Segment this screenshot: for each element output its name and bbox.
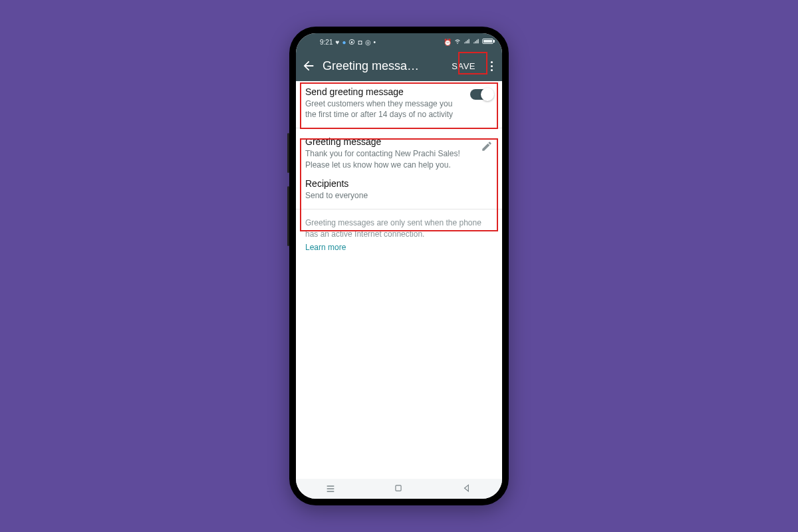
status-battery-icon (482, 38, 495, 46)
pencil-icon (481, 140, 493, 152)
more-options-button[interactable] (485, 61, 498, 71)
more-vertical-icon (491, 61, 493, 63)
svg-rect-2 (483, 40, 492, 43)
svg-rect-6 (396, 485, 401, 491)
status-more-icon: • (374, 39, 376, 46)
edit-message-button[interactable] (481, 140, 493, 152)
greeting-message-section[interactable]: Greeting message Thank you for contactin… (296, 131, 502, 175)
save-button[interactable]: SAVE (449, 59, 478, 74)
send-greeting-subtitle: Greet customers when they message you th… (305, 98, 464, 120)
divider (296, 128, 502, 128)
phone-frame: 9:21 ♥ ● ⦿ ◘ ◎ • ⏰ (289, 27, 509, 505)
status-alarm-icon: ⏰ (444, 39, 452, 46)
system-nav-bar (296, 479, 502, 499)
nav-home-button[interactable] (394, 483, 404, 494)
status-app-icon-4: ◎ (365, 39, 371, 46)
recents-icon (325, 483, 336, 494)
recipients-title: Recipients (305, 178, 493, 189)
greeting-message-body: Thank you for contacting New Prachi Sale… (305, 148, 474, 170)
divider (296, 209, 502, 209)
app-bar: Greeting messa… SAVE (296, 51, 502, 81)
status-app-icon-2: ⦿ (348, 39, 355, 46)
nav-back-triangle-icon (462, 483, 471, 493)
recipients-subtitle: Send to everyone (305, 190, 493, 201)
send-greeting-toggle[interactable] (470, 89, 493, 100)
greeting-message-title: Greeting message (305, 136, 474, 147)
status-wifi-icon (454, 38, 461, 46)
nav-back-button[interactable] (462, 483, 473, 494)
learn-more-link[interactable]: Learn more (305, 243, 346, 252)
footer-note: Greeting messages are only sent when the… (305, 217, 493, 240)
send-greeting-title: Send greeting message (305, 86, 464, 97)
footer-section: Greeting messages are only sent when the… (296, 212, 502, 258)
page-title: Greeting messa… (323, 59, 442, 73)
recipients-section[interactable]: Recipients Send to everyone (296, 176, 502, 206)
svg-rect-1 (493, 41, 494, 43)
status-app-icon: ● (342, 39, 346, 46)
status-signal-icon (464, 38, 470, 46)
status-bar: 9:21 ♥ ● ⦿ ◘ ◎ • ⏰ (296, 33, 502, 51)
status-time: 9:21 (320, 39, 332, 46)
status-notification-dot-icon: ♥ (335, 39, 339, 46)
back-button[interactable] (301, 59, 316, 73)
status-app-icon-3: ◘ (358, 39, 362, 46)
status-signal-icon-2 (473, 38, 479, 46)
arrow-left-icon (301, 59, 316, 73)
nav-recents-button[interactable] (325, 483, 336, 494)
home-square-icon (394, 483, 403, 493)
phone-screen: 9:21 ♥ ● ⦿ ◘ ◎ • ⏰ (296, 33, 502, 499)
send-greeting-section[interactable]: Send greeting message Greet customers wh… (296, 81, 502, 125)
content-area: Send greeting message Greet customers wh… (296, 81, 502, 479)
